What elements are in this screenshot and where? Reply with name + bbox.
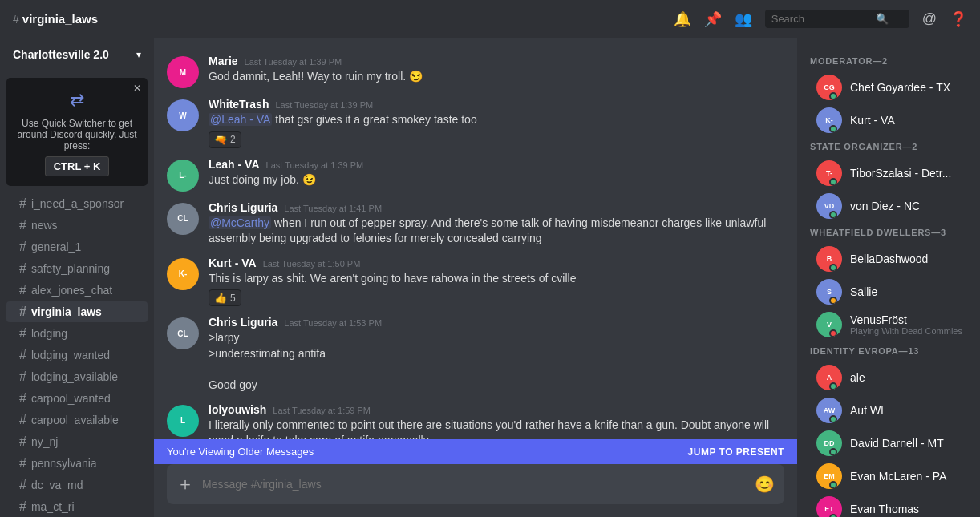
older-messages-text: You're Viewing Older Messages	[167, 446, 314, 458]
sidebar-channel-general_1[interactable]: #general_1	[6, 236, 148, 257]
message-author[interactable]: Kurt - VA	[209, 256, 257, 269]
avatar: M	[167, 56, 199, 88]
channel-hash-icon: #	[19, 456, 26, 471]
reaction-emoji: 🔫	[214, 134, 227, 146]
member-item[interactable]: B BellaDashwood	[804, 243, 974, 275]
member-item[interactable]: V VenusFröst Playing With Dead Commies	[804, 309, 974, 341]
member-item[interactable]: DD David Darnell - MT	[804, 427, 974, 459]
sidebar-channel-i_need_a_sponsor[interactable]: #i_need_a_sponsor	[6, 193, 148, 214]
topbar: # virginia_laws 🔔 📌 👥 🔍 @ ❓	[0, 0, 980, 38]
messages-list: M Marie Last Tuesday at 1:39 PM God damn…	[154, 38, 797, 439]
sidebar-channel-lodging_available[interactable]: #lodging_available	[6, 366, 148, 387]
channel-label: news	[31, 219, 58, 232]
emoji-icon[interactable]: 😊	[755, 475, 775, 494]
channel-label: ma_ct_ri	[31, 500, 75, 513]
message-author[interactable]: Leah - VA	[209, 158, 260, 171]
mention[interactable]: @Leah - VA	[209, 113, 272, 126]
message-author[interactable]: Chris Liguria	[209, 316, 277, 329]
member-name: Auf WI	[850, 404, 967, 417]
member-item[interactable]: A ale	[804, 361, 974, 394]
search-box[interactable]: 🔍	[765, 10, 909, 28]
bell-icon[interactable]: 🔔	[674, 10, 691, 28]
member-item[interactable]: EM Evan McLaren - PA	[804, 460, 974, 492]
add-attachment-icon[interactable]: ＋	[176, 472, 194, 496]
avatar: K-	[167, 258, 199, 290]
sidebar-channel-virginia_laws[interactable]: #virginia_laws	[6, 301, 148, 322]
message-author[interactable]: Marie	[209, 55, 238, 67]
member-item[interactable]: VD von Diez - NC	[804, 190, 974, 222]
member-avatar-initials: CG	[824, 83, 835, 91]
at-icon[interactable]: @	[922, 10, 937, 27]
member-item[interactable]: AW Auf WI	[804, 394, 974, 426]
message-header: Kurt - VA Last Tuesday at 1:50 PM	[209, 256, 784, 269]
member-status-dot	[829, 481, 837, 489]
sidebar-channel-alex_jones_chat[interactable]: #alex_jones_chat	[6, 280, 148, 301]
sidebar-channel-ma_ct_ri[interactable]: #ma_ct_ri	[6, 496, 148, 517]
switcher-tooltip: ✕ ⇄ Use Quick Switcher to get around Dis…	[6, 78, 148, 186]
message-input-box: ＋ 😊	[167, 464, 784, 504]
member-name-wrap: VenusFröst Playing With Dead Commies	[850, 313, 962, 336]
member-item[interactable]: K- Kurt - VA	[804, 104, 974, 136]
message-header: Chris Liguria Last Tuesday at 1:53 PM	[209, 316, 784, 329]
mention[interactable]: @McCarthy	[209, 216, 271, 229]
message-input-area: ＋ 😊	[154, 464, 797, 517]
member-status-text: Playing With Dead Commies	[850, 326, 962, 336]
member-name: von Diez - NC	[850, 200, 967, 212]
channel-label: i_need_a_sponsor	[31, 197, 124, 210]
members-icon[interactable]: 👥	[735, 10, 752, 28]
member-item[interactable]: CG Chef Goyardee - TX	[804, 71, 974, 103]
message-timestamp: Last Tuesday at 1:59 PM	[273, 406, 371, 415]
member-avatar-initials: A	[827, 374, 832, 382]
message-author[interactable]: WhiteTrash	[209, 98, 269, 111]
jump-to-present-button[interactable]: JUMP TO PRESENT	[688, 446, 784, 458]
member-status-dot	[829, 514, 837, 517]
member-avatar: S	[816, 279, 842, 305]
member-status-dot	[829, 448, 837, 456]
member-name: VenusFröst	[850, 313, 962, 326]
message-input[interactable]	[202, 478, 755, 491]
sidebar-channel-safety_planning[interactable]: #safety_planning	[6, 258, 148, 279]
channel-hash-icon: #	[19, 499, 26, 514]
member-name: ale	[850, 371, 967, 384]
sidebar-channel-dc_va_md[interactable]: #dc_va_md	[6, 475, 148, 495]
switcher-shortcut[interactable]: CTRL + K	[45, 156, 110, 176]
avatar-initials: W	[179, 111, 186, 120]
close-icon[interactable]: ✕	[133, 83, 141, 94]
search-input[interactable]	[771, 13, 876, 25]
member-avatar: EM	[816, 463, 842, 489]
member-avatar-initials: S	[827, 288, 832, 296]
sidebar-channel-lodging[interactable]: #lodging	[6, 323, 148, 344]
message-text: >larpy>underestimating antifaGood goy	[209, 330, 784, 393]
sidebar-channel-lodging_wanted[interactable]: #lodging_wanted	[6, 345, 148, 366]
sidebar-channel-carpool_wanted[interactable]: #carpool_wanted	[6, 388, 148, 409]
message-author[interactable]: lolyouwish	[209, 403, 266, 416]
member-name: Kurt - VA	[850, 114, 967, 127]
member-item[interactable]: S Sallie	[804, 276, 974, 308]
channel-hash-icon: #	[19, 370, 26, 384]
member-avatar-initials: T-	[826, 169, 832, 177]
server-header[interactable]: Charlottesville 2.0 ▾	[0, 38, 154, 71]
message-header: lolyouwish Last Tuesday at 1:59 PM	[209, 403, 784, 416]
chat-area: M Marie Last Tuesday at 1:39 PM God damn…	[154, 38, 797, 517]
message-header: WhiteTrash Last Tuesday at 1:39 PM	[209, 98, 784, 111]
reaction[interactable]: 🔫 2	[209, 131, 241, 148]
sidebar-channel-pennsylvania[interactable]: #pennsylvania	[6, 453, 148, 474]
message-header: Marie Last Tuesday at 1:39 PM	[209, 55, 784, 67]
member-item[interactable]: ET Evan Thomas	[804, 493, 974, 517]
member-avatar-initials: V	[827, 321, 832, 329]
channels-list: #i_need_a_sponsor#news#general_1#safety_…	[0, 192, 154, 517]
reaction[interactable]: 👍 5	[209, 289, 241, 306]
message-text: @McCarthy when I run out of pepper spray…	[209, 216, 784, 247]
message-text-segment: that gsr gives it a great smokey taste t…	[272, 113, 476, 126]
sidebar-channel-ny_nj[interactable]: #ny_nj	[6, 431, 148, 452]
help-icon[interactable]: ❓	[950, 10, 967, 28]
message-text: Just doing my job. 😉	[209, 172, 784, 188]
member-item[interactable]: T- TiborSzalasi - Detr...	[804, 157, 974, 189]
sidebar-channel-news[interactable]: #news	[6, 215, 148, 236]
message-author[interactable]: Chris Liguria	[209, 201, 277, 214]
member-avatar: K-	[816, 107, 842, 133]
sidebar-channel-carpool_available[interactable]: #carpool_available	[6, 410, 148, 430]
pin-icon[interactable]: 📌	[704, 10, 722, 28]
message-group: L lolyouwish Last Tuesday at 1:59 PM I l…	[154, 400, 797, 439]
member-avatar: CG	[816, 75, 842, 100]
